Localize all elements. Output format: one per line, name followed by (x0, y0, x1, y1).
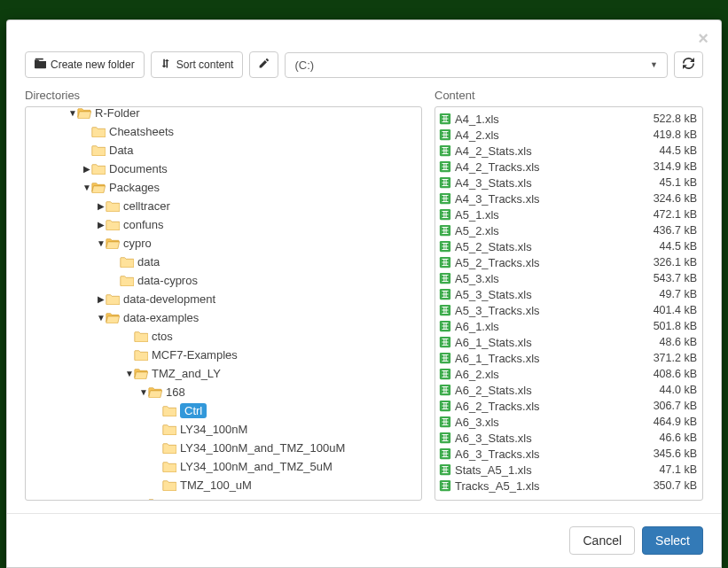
content-list[interactable]: A4_1.xls522.8 kBA4_2.xls419.8 kBA4_2_Sta… (434, 106, 703, 501)
file-row[interactable]: A6_1_Tracks.xls371.2 kB (435, 350, 702, 366)
file-row[interactable]: A6_1_Stats.xls48.6 kB (435, 334, 702, 350)
xls-file-icon (439, 224, 451, 237)
file-row[interactable]: A6_3.xls464.9 kB (435, 414, 702, 430)
folder-icon (134, 331, 148, 342)
create-folder-button[interactable]: Create new folder (25, 51, 145, 78)
folder-icon (134, 349, 148, 361)
file-row[interactable]: A5_2.xls436.7 kB (435, 222, 702, 238)
tree-item[interactable]: Cheatsheets (26, 122, 421, 141)
chevron-down-icon[interactable]: ▼ (82, 183, 91, 192)
file-row[interactable]: A6_1.xls501.8 kB (435, 318, 702, 334)
chevron-down-icon[interactable]: ▼ (97, 238, 106, 248)
tree-item-label: LY34_100nM_and_TMZ_100uM (180, 441, 345, 455)
file-name: A6_1_Tracks.xls (455, 352, 648, 365)
file-row[interactable]: A6_2.xls408.6 kB (435, 366, 702, 382)
file-row[interactable]: A5_3_Stats.xls49.7 kB (435, 286, 702, 302)
file-name: A4_2_Tracks.xls (455, 160, 648, 174)
file-row[interactable]: A6_3_Tracks.xls345.6 kB (435, 446, 702, 462)
refresh-button[interactable] (674, 51, 703, 78)
file-size: 472.1 kB (648, 208, 697, 221)
file-row[interactable]: A6_2_Tracks.xls306.7 kB (435, 398, 702, 414)
xls-file-icon (439, 479, 451, 492)
tree-item[interactable]: data-cypros (26, 271, 421, 290)
refresh-icon (683, 58, 694, 72)
folder-open-icon (106, 312, 120, 323)
tree-item[interactable]: LY34_100nM_and_TMZ_5uM (26, 457, 421, 476)
tree-item[interactable]: ▶celltracer (26, 197, 421, 215)
tree-item[interactable]: ▼cypro (26, 234, 421, 253)
tree-item[interactable]: ▶data-development (26, 290, 421, 308)
directories-tree[interactable]: ▼R-FolderCheatsheetsData▶Documents▼Packa… (25, 106, 422, 501)
folder-icon (162, 461, 176, 472)
file-row[interactable]: A4_2_Tracks.xls314.9 kB (435, 159, 702, 175)
file-name: A5_3_Stats.xls (455, 288, 654, 301)
edit-button[interactable] (249, 51, 278, 78)
chevron-down-icon[interactable]: ▼ (68, 108, 77, 118)
tree-item-label: data (137, 255, 160, 268)
tree-item-label: Packages (109, 181, 160, 194)
tree-item[interactable]: LY34_100nM_and_TMZ_100uM (26, 439, 421, 457)
tree-item-label: Cheatsheets (109, 125, 174, 138)
chevron-right-icon[interactable]: ▶ (97, 220, 106, 230)
file-row[interactable]: A5_2_Tracks.xls326.1 kB (435, 254, 702, 270)
close-icon[interactable]: × (698, 29, 708, 47)
tree-item[interactable]: data (26, 253, 421, 271)
tree-item[interactable]: Data (26, 141, 421, 160)
pencil-icon (258, 58, 270, 72)
file-row[interactable]: Tracks_A5_1.xls350.7 kB (435, 478, 702, 494)
file-row[interactable]: A6_2_Stats.xls44.0 kB (435, 382, 702, 398)
cancel-button[interactable]: Cancel (569, 526, 635, 555)
file-row[interactable]: A5_3.xls543.7 kB (435, 270, 702, 286)
file-row[interactable]: A6_3_Stats.xls46.6 kB (435, 430, 702, 446)
tree-item[interactable]: ctos (26, 327, 421, 346)
tree-item-label: LY34_100nM (180, 423, 247, 436)
tree-item[interactable]: Ctrl (26, 401, 421, 420)
chevron-down-icon[interactable]: ▼ (139, 387, 148, 397)
file-row[interactable]: A4_3_Stats.xls45.1 kB (435, 175, 702, 191)
file-row[interactable]: Stats_A5_1.xls47.1 kB (435, 462, 702, 478)
tree-item[interactable]: ▼Packages (26, 178, 421, 197)
folder-icon (91, 144, 106, 156)
tree-item[interactable]: ▶Documents (26, 160, 421, 178)
chevron-right-icon[interactable]: ▶ (97, 201, 106, 211)
chevron-down-icon[interactable]: ▼ (125, 369, 134, 378)
tree-item-label: confuns (123, 218, 164, 231)
file-name: A4_2_Stats.xls (455, 144, 654, 158)
file-size: 436.7 kB (648, 224, 697, 237)
tree-item[interactable]: ▶233 (26, 494, 421, 501)
xls-file-icon (439, 113, 451, 125)
xls-file-icon (439, 384, 451, 396)
tree-item[interactable]: MCF7-Examples (26, 346, 421, 364)
tree-item[interactable]: ▼168 (26, 383, 421, 401)
tree-item[interactable]: LY34_100nM (26, 420, 421, 439)
file-name: A6_3_Stats.xls (455, 432, 654, 445)
tree-item[interactable]: ▶confuns (26, 215, 421, 234)
select-button[interactable]: Select (642, 526, 703, 555)
tree-item[interactable]: ▼data-examples (26, 308, 421, 327)
xls-file-icon (439, 192, 451, 205)
file-size: 543.7 kB (648, 272, 697, 284)
chevron-right-icon[interactable]: ▶ (82, 164, 91, 174)
tree-item[interactable]: ▼R-Folder (26, 106, 421, 122)
file-row[interactable]: A4_3_Tracks.xls324.6 kB (435, 191, 702, 206)
file-size: 350.7 kB (648, 479, 697, 492)
chevron-down-icon[interactable]: ▼ (97, 313, 106, 323)
tree-item[interactable]: ▼TMZ_and_LY (26, 364, 421, 383)
button-label: Sort content (176, 58, 234, 71)
file-row[interactable]: A5_2_Stats.xls44.5 kB (435, 238, 702, 254)
tree-item[interactable]: TMZ_100_uM (26, 476, 421, 494)
svg-rect-0 (35, 58, 43, 60)
file-row[interactable]: A4_1.xls522.8 kB (435, 111, 702, 127)
sort-content-button[interactable]: Sort content (151, 51, 244, 78)
file-row[interactable]: A5_3_Tracks.xls401.4 kB (435, 302, 702, 318)
chevron-right-icon[interactable]: ▶ (97, 294, 106, 304)
file-name: A6_1.xls (455, 320, 648, 333)
chevron-right-icon[interactable]: ▶ (139, 499, 148, 501)
folder-icon (106, 200, 120, 212)
panels: Directories ▼R-FolderCheatsheetsData▶Doc… (7, 89, 721, 501)
file-size: 46.6 kB (654, 432, 697, 444)
file-row[interactable]: A4_2_Stats.xls44.5 kB (435, 143, 702, 159)
file-row[interactable]: A4_2.xls419.8 kB (435, 127, 702, 143)
path-select[interactable]: (C:) (285, 52, 668, 78)
file-row[interactable]: A5_1.xls472.1 kB (435, 206, 702, 222)
